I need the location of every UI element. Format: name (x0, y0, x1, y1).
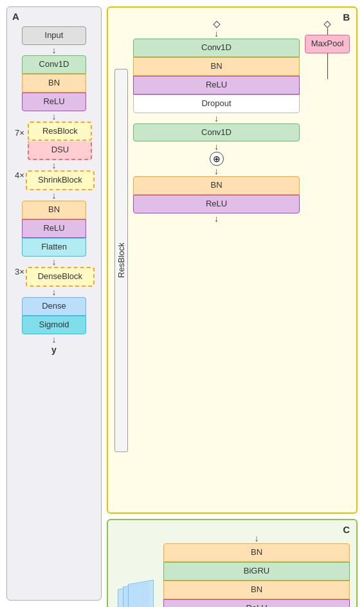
stack-c-main: BN BiGRU BN ReLU Dropout Dense Sigmoid (163, 543, 350, 607)
arrow: ↓ (52, 190, 57, 201)
panel-b: B ResBlock ↓ Conv1D BN ReLU Dropout (107, 6, 358, 514)
block-conv1d-a: Conv1D (22, 55, 86, 74)
arrow: ↓ (214, 141, 219, 152)
block-bn-b1: BN (133, 57, 300, 76)
arrow: ↓ (255, 533, 259, 543)
block-dropout-b: Dropout (133, 95, 300, 113)
block-conv1d-b2: Conv1D (133, 123, 300, 142)
arrow: ↓ (214, 213, 219, 224)
block-maxpool-b: MaxPool (305, 35, 350, 53)
panel-c-right: ↓ BN BiGRU BN ReLU Dropout Dense Sigmoid… (163, 533, 350, 607)
column-a: A Input ↓ Conv1D BN ReLU ↓ 7× ResBlock D… (6, 6, 102, 601)
block-relu-a2: ReLU (22, 219, 86, 238)
stack-bn-relu-flatten-a: BN ReLU Flatten (14, 201, 95, 257)
mult-7-label: 7× (14, 128, 24, 138)
para-stack (118, 582, 156, 607)
arrow: ↓ (214, 113, 219, 123)
col-bc: B ResBlock ↓ Conv1D BN ReLU Dropout (107, 6, 358, 601)
resblock-side-label: ResBlock (114, 69, 128, 452)
block-bn-c2: BN (163, 581, 350, 599)
arrow: ↓ (52, 287, 57, 297)
block-relu-c: ReLU (163, 599, 350, 607)
block-flatten-a: Flatten (22, 238, 86, 257)
panel-c: C p s ↓ (107, 519, 358, 607)
stack-conv-bn-relu-a: Conv1D BN ReLU (14, 55, 95, 111)
y-label-a: y (51, 345, 57, 355)
shrinkblock-group: 4× ShrinkBlock (14, 170, 95, 190)
mult-4-label: 4× (14, 170, 24, 180)
label-b: B (343, 12, 350, 23)
arrow: ↓ (52, 257, 57, 267)
block-bn-a1: BN (22, 74, 86, 93)
block-relu-a1: ReLU (22, 93, 86, 111)
panel-b-main: ↓ Conv1D BN ReLU Dropout ↓ Conv1D ↓ ⊕ (133, 21, 300, 500)
panel-c-inner: p s ↓ BN BiGRU BN ReLU Dropout Dense Sig… (114, 533, 350, 607)
resblock-group: 7× ResBlock DSU (14, 122, 95, 161)
block-bn-a2: BN (22, 201, 86, 219)
arrow: ↓ (52, 45, 57, 55)
mult-3-label: 3× (14, 267, 24, 276)
para-3 (128, 580, 154, 607)
arrow: ↓ (52, 160, 57, 170)
sum-circle-b: ⊕ (210, 152, 224, 166)
block-sigmoid-a: Sigmoid (22, 316, 86, 334)
block-dsu-a: DSU (28, 141, 92, 160)
arrow: ↓ (52, 111, 57, 122)
arrow: ↓ (214, 166, 219, 176)
stack-dense-sigmoid-a: Dense Sigmoid (14, 297, 95, 334)
maxpool-col: MaxPool (305, 21, 350, 500)
block-resblock-a: ResBlock (28, 122, 92, 141)
diamond-top-b (213, 21, 220, 28)
line-maxpool (327, 28, 328, 35)
panel-c-left: p s (114, 533, 159, 607)
arrow: ↓ (52, 334, 57, 345)
block-shrinkblock-a: ShrinkBlock (26, 170, 95, 190)
stack-b-1: Conv1D BN ReLU Dropout (133, 39, 300, 113)
denseblock-group: 3× DenseBlock (14, 267, 95, 287)
arrow: ↓ (214, 28, 219, 39)
block-bigru-c: BiGRU (163, 562, 350, 581)
label-c: C (343, 524, 350, 535)
block-denseblock-a: DenseBlock (26, 267, 95, 287)
block-dense-a: Dense (22, 297, 86, 316)
block-input-a: Input (22, 26, 86, 45)
block-bn-b2: BN (133, 176, 300, 195)
stack-b-2: BN ReLU (133, 176, 300, 213)
block-conv1d-b1: Conv1D (133, 39, 300, 57)
col-a-flow: Input ↓ Conv1D BN ReLU ↓ 7× ResBlock DSU… (14, 26, 95, 355)
block-relu-b2: ReLU (133, 195, 300, 213)
label-a: A (12, 11, 19, 22)
line-maxpool-down (327, 53, 328, 79)
panel-b-inner: ResBlock ↓ Conv1D BN ReLU Dropout ↓ (114, 21, 350, 500)
block-relu-b1: ReLU (133, 76, 300, 95)
sum-row-b: ⊕ (210, 152, 224, 166)
block-bn-c1: BN (163, 543, 350, 562)
diamond-top-maxpool (323, 21, 331, 28)
